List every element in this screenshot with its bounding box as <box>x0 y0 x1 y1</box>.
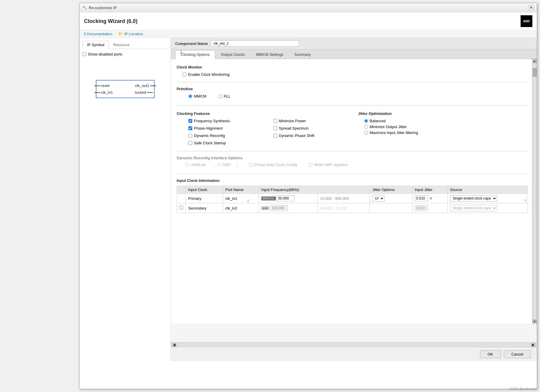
maximize-input-radio-row: Maximize Input Jitter filtering <box>364 130 528 135</box>
bottom-bar: OK Cancel <box>171 347 537 361</box>
primary-jitter-select[interactable]: UI <box>372 195 384 202</box>
minimize-power-label: Minimize Power <box>279 119 306 123</box>
secondary-freq-range-cell: 30.000 - 72.000 <box>317 203 370 213</box>
scroll-up-button[interactable]: ▲ <box>533 59 537 63</box>
safe-clock-startup-label: Safe Clock Startup <box>194 141 226 145</box>
watermark: CSDN @weifengdo <box>509 387 537 391</box>
port-line-clkout1 <box>150 86 156 86</box>
documentation-link[interactable]: ℹ Documentation <box>84 32 112 36</box>
secondary-input-clock-cell: Secondary <box>186 203 223 213</box>
mmcm-radio[interactable] <box>188 94 192 98</box>
primary-port-name-cell: clk_in1 <box>223 194 259 203</box>
maximize-input-label: Maximize Input Jitter filtering <box>370 130 418 135</box>
dynamic-reconfig-row: Dynamic Reconfig <box>188 133 262 138</box>
jitter-optimization-col: Jitter Optimization Balanced Minimize Ou… <box>358 110 528 147</box>
secondary-freq-input[interactable] <box>270 205 288 211</box>
spread-spectrum-label: Spread Spectrum <box>279 126 309 130</box>
tab-bar: Clocking Options Output Clocks MMCM Sett… <box>171 49 537 59</box>
app-header: Clocking Wizard (6.0) AMD <box>80 12 537 30</box>
write-drp-checkbox[interactable] <box>309 163 312 167</box>
axi4lite-radio[interactable] <box>185 163 189 167</box>
content-area: Clock Monitor Enable Clock Monitoring Pr… <box>171 59 537 324</box>
horizontal-scrollbar[interactable]: ◀ ▶ <box>171 342 537 347</box>
app-title: Clocking Wizard (6.0) <box>84 18 138 24</box>
title-bar: 🔧 Re-customize IP ✕ <box>80 3 537 12</box>
content-wrapper: Clock Monitor Enable Clock Monitoring Pr… <box>171 59 537 342</box>
scroll-down-button[interactable]: ▼ <box>533 319 537 324</box>
secondary-jitter-options-cell <box>370 203 412 213</box>
ip-location-link[interactable]: 📁 IP Location <box>118 32 143 36</box>
toolbar: ℹ Documentation 📁 IP Location <box>80 30 537 38</box>
tab-summary[interactable]: Summary <box>289 50 316 59</box>
primitive-options: MMCM PLL <box>183 94 528 100</box>
tab-output-clocks[interactable]: Output Clocks <box>215 50 250 59</box>
minimize-output-radio-row: Minimize Output Jitter <box>364 125 528 129</box>
spread-spectrum-checkbox[interactable] <box>273 126 277 130</box>
cancel-button[interactable]: Cancel <box>504 350 531 358</box>
secondary-input-jitter-cell <box>412 203 447 213</box>
clocking-features-title: Clocking Features <box>177 111 347 116</box>
tab-mmcm-settings[interactable]: MMCM Settings <box>250 50 289 59</box>
table-row: Primary clk_in1 MANUAL <box>177 194 528 203</box>
secondary-jitter-input[interactable] <box>415 205 428 211</box>
phase-duty-label: Phase Duty Cycle Config <box>255 163 297 167</box>
enable-clock-monitoring-checkbox[interactable] <box>183 73 186 76</box>
pll-label: PLL <box>224 94 230 98</box>
dynamic-phase-shift-checkbox[interactable] <box>273 134 277 138</box>
port-name-clkin1: clk_in1 <box>101 90 113 95</box>
dynamic-reconfig-checkbox[interactable] <box>188 134 192 138</box>
dynamic-phase-shift-label: Dynamic Phase Shift <box>279 133 315 138</box>
vertical-scrollbar[interactable]: ▲ ▼ <box>532 59 537 324</box>
primary-checkbox-cell <box>177 194 186 203</box>
primary-freq-input[interactable] <box>277 195 294 201</box>
primary-input-jitter-cell: ✕ <box>412 194 447 203</box>
secondary-freq-cell: auto <box>259 203 317 213</box>
show-disabled-checkbox[interactable] <box>83 52 86 56</box>
ip-symbol-area: reset clk_in1 clk_out1 <box>83 80 168 98</box>
secondary-checkbox[interactable] <box>179 206 183 210</box>
dynamic-reconfig-section: Dynamic Reconfig Interface Options AXI4L… <box>177 156 528 168</box>
tab-resource[interactable]: Resource <box>109 41 134 49</box>
safe-clock-startup-checkbox[interactable] <box>188 141 192 145</box>
clock-monitor-title: Clock Monitor <box>177 65 528 69</box>
phase-duty-row: Phase Duty Cycle Config <box>249 163 297 167</box>
separator <box>237 163 237 168</box>
phase-alignment-checkbox[interactable] <box>188 126 192 130</box>
port-reset: reset <box>101 83 113 88</box>
drp-radio[interactable] <box>217 163 221 167</box>
primary-source-select[interactable]: Single ended clock capable p <box>450 195 497 202</box>
auto-badge: auto <box>261 206 269 210</box>
th-source: Source <box>448 186 528 194</box>
left-panel: IP Symbol Resource Show disabled ports r… <box>80 38 171 361</box>
primary-jitter-delete[interactable]: ✕ <box>429 196 433 201</box>
scroll-right-button[interactable]: ▶ <box>531 343 535 347</box>
features-grid: Frequency Synthesis Minimize Power Phase… <box>183 119 347 147</box>
phase-alignment-label: Phase Alignment <box>194 126 223 130</box>
scroll-thumb[interactable] <box>533 68 537 77</box>
balanced-radio[interactable] <box>364 119 368 123</box>
minimize-power-checkbox[interactable] <box>273 119 277 123</box>
balanced-label: Balanced <box>370 119 386 123</box>
freq-synthesis-checkbox[interactable] <box>188 119 192 123</box>
phase-duty-checkbox[interactable] <box>249 163 253 167</box>
component-name-row: Component Name <box>171 38 537 49</box>
primitive-section: Primitive MMCM PLL <box>177 87 528 100</box>
ok-button[interactable]: OK <box>480 350 501 358</box>
write-drp-label: Write DRP registers <box>314 163 348 167</box>
close-button[interactable]: ✕ <box>529 5 534 10</box>
secondary-source-cell: Single ended clock capable p <box>448 203 528 213</box>
tab-ip-symbol[interactable]: IP Symbol <box>83 41 109 49</box>
table-row: Secondary clk_in2 auto <box>177 203 528 213</box>
h-scroll-track <box>176 344 531 346</box>
secondary-source-select[interactable]: Single ended clock capable p <box>450 205 497 211</box>
documentation-label: Documentation <box>87 32 112 36</box>
pll-radio[interactable] <box>218 94 222 98</box>
maximize-input-radio[interactable] <box>364 131 368 135</box>
freq-synthesis-label: Frequency Synthesis <box>194 119 230 123</box>
component-name-input[interactable] <box>211 40 299 47</box>
scroll-left-button[interactable]: ◀ <box>172 343 176 347</box>
secondary-checkbox-cell <box>177 203 186 213</box>
minimize-output-radio[interactable] <box>364 125 368 129</box>
primary-jitter-input[interactable] <box>415 195 428 201</box>
port-name-clkout1: clk_out1 <box>135 83 149 88</box>
